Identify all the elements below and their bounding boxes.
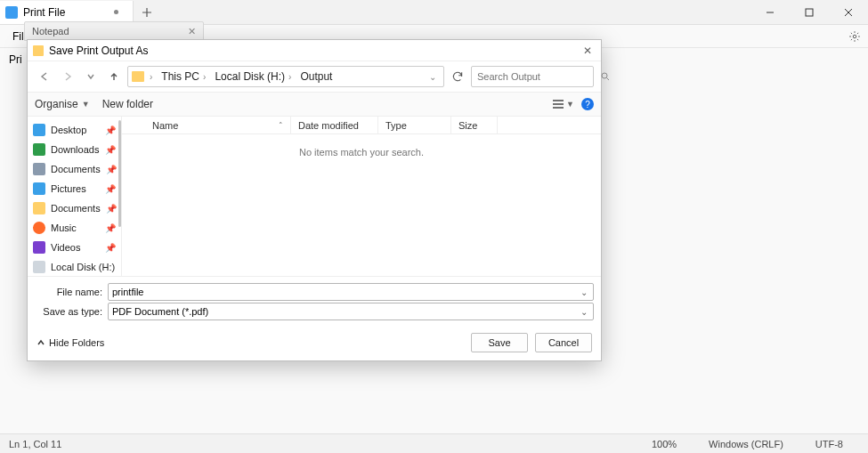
col-type[interactable]: Type	[378, 117, 451, 133]
chevron-down-icon: ▼	[566, 100, 574, 109]
organise-button[interactable]: Organise ▼	[35, 98, 90, 110]
filename-input[interactable]	[112, 287, 579, 297]
save-button[interactable]: Save	[471, 333, 528, 352]
plus-icon	[142, 7, 152, 18]
sidebar-item-pictures[interactable]: Pictures📌	[28, 179, 121, 198]
col-name[interactable]: Name˄	[122, 117, 291, 133]
sidebar-item-label: Downloads	[51, 144, 99, 155]
pin-icon: 📌	[105, 243, 116, 253]
nav-up-button[interactable]	[104, 67, 124, 86]
crumb-2[interactable]: Output	[300, 70, 332, 83]
statusbar: Ln 1, Col 11 100% Windows (CRLF) UTF-8	[0, 433, 868, 453]
help-button[interactable]: ?	[581, 98, 594, 110]
settings-button[interactable]	[848, 30, 861, 43]
savetype-field[interactable]: PDF Document (*.pdf) ⌄	[108, 303, 594, 320]
document-tab[interactable]: Print File	[0, 1, 134, 24]
maximize-button[interactable]	[790, 0, 829, 25]
sidebar: Desktop📌Downloads📌Documents📌Pictures📌Doc…	[28, 117, 122, 276]
sidebar-item-icon	[33, 261, 45, 273]
notepad-app-icon	[5, 6, 18, 19]
sidebar-item-desktop[interactable]: Desktop📌	[28, 120, 121, 140]
svg-point-1	[853, 35, 856, 38]
sidebar-item-icon	[33, 202, 45, 214]
nav-recent-button[interactable]	[81, 67, 101, 86]
col-date[interactable]: Date modified	[291, 117, 378, 133]
sidebar-item-icon	[33, 143, 45, 156]
filename-field[interactable]: ⌄	[108, 283, 594, 301]
sidebar-item-icon	[33, 163, 45, 175]
col-size[interactable]: Size	[451, 117, 498, 133]
sidebar-item-icon	[33, 222, 45, 234]
search-input[interactable]	[477, 71, 600, 82]
minimize-button[interactable]	[750, 0, 790, 25]
sidebar-item-label: Desktop	[51, 125, 86, 135]
sort-asc-icon: ˄	[279, 121, 283, 130]
refresh-button[interactable]	[448, 67, 467, 86]
sidebar-item-downloads[interactable]: Downloads📌	[28, 140, 121, 159]
sidebar-item-label: Documents	[51, 203, 101, 214]
add-tab-button[interactable]	[134, 7, 160, 18]
close-button[interactable]	[829, 0, 868, 25]
sidebar-item-label: Documents	[51, 164, 101, 174]
sidebar-item-icon	[33, 124, 45, 136]
save-dialog: Save Print Output As ✕ › This PC› Local …	[27, 39, 602, 361]
gear-icon	[848, 30, 861, 43]
savetype-value: PDF Document (*.pdf)	[112, 306, 579, 317]
sidebar-item-documents[interactable]: Documents📌	[28, 198, 121, 218]
cancel-button[interactable]: Cancel	[535, 333, 592, 352]
chevron-down-icon: ▼	[82, 100, 90, 109]
dialog-nav-row: › This PC› Local Disk (H:)› Output ⌄	[28, 61, 601, 92]
status-encoding: UTF-8	[799, 439, 859, 449]
refresh-icon	[451, 70, 464, 83]
pin-icon: 📌	[105, 223, 116, 233]
hide-folders-button[interactable]: Hide Folders	[37, 337, 104, 348]
status-position: Ln 1, Col 11	[9, 439, 61, 449]
view-mode-button[interactable]: ▼	[552, 99, 574, 109]
chevron-up-icon	[37, 338, 45, 347]
file-area: Name˄ Date modified Type Size No items m…	[122, 117, 601, 276]
window-controls	[750, 0, 868, 25]
folder-icon	[132, 71, 144, 82]
crumb-0[interactable]: This PC	[161, 70, 199, 83]
savetype-dropdown[interactable]: ⌄	[579, 307, 589, 317]
dialog-titlebar: Save Print Output As ✕	[28, 40, 601, 61]
sidebar-item-icon	[33, 182, 45, 195]
crumb-1[interactable]: Local Disk (H:)	[215, 70, 285, 83]
sidebar-item-local-disk-h-[interactable]: Local Disk (H:)	[28, 257, 121, 276]
nav-forward-button[interactable]	[58, 67, 77, 86]
svg-point-2	[602, 73, 607, 78]
new-folder-button[interactable]: New folder	[102, 98, 153, 110]
breadcrumb-dropdown[interactable]: ⌄	[426, 72, 440, 82]
pin-icon: 📌	[106, 204, 117, 214]
sidebar-item-label: Local Disk (H:)	[51, 262, 115, 272]
pin-icon: 📌	[105, 125, 116, 135]
pin-icon: 📌	[106, 165, 117, 174]
dialog-title: Save Print Output As	[49, 44, 148, 57]
form-area: File name: ⌄ Save as type: PDF Document …	[28, 276, 601, 325]
sidebar-item-icon	[33, 241, 45, 254]
tab-title: Print File	[23, 6, 65, 19]
sidebar-item-videos[interactable]: Videos📌	[28, 238, 121, 257]
sidebar-item-documents[interactable]: Documents📌	[28, 159, 121, 179]
explorer-body: Desktop📌Downloads📌Documents📌Pictures📌Doc…	[28, 117, 601, 276]
filename-dropdown[interactable]: ⌄	[579, 287, 589, 297]
sidebar-item-music[interactable]: Music📌	[28, 218, 121, 238]
dialog-footer: Hide Folders Save Cancel	[28, 325, 601, 360]
list-view-icon	[552, 99, 564, 109]
sidebar-scrollbar-thumb[interactable]	[118, 120, 121, 227]
search-box[interactable]	[471, 66, 594, 87]
dialog-toolbar: Organise ▼ New folder ▼ ?	[28, 92, 601, 117]
dialog-close-button[interactable]: ✕	[580, 44, 596, 57]
nav-back-button[interactable]	[35, 67, 54, 86]
pin-icon: 📌	[105, 145, 116, 155]
background-window-tab[interactable]: Notepad ✕	[24, 21, 204, 41]
pin-icon: 📌	[105, 184, 116, 194]
filename-label: File name:	[35, 287, 102, 297]
folder-icon	[33, 45, 44, 56]
background-tab-title: Notepad	[32, 26, 69, 36]
sidebar-item-label: Music	[51, 222, 77, 233]
svg-rect-0	[806, 9, 813, 16]
background-tab-close[interactable]: ✕	[188, 26, 196, 37]
breadcrumb[interactable]: › This PC› Local Disk (H:)› Output ⌄	[127, 66, 444, 87]
status-zoom[interactable]: 100%	[636, 439, 693, 449]
